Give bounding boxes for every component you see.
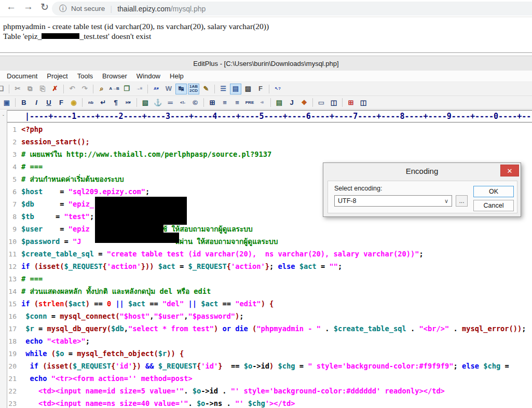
windows-icon[interactable]: ⊞ xyxy=(345,97,357,108)
hr-icon[interactable]: ═ xyxy=(165,97,176,108)
table-icon[interactable]: ⊞ xyxy=(207,97,218,108)
dialog-title: Encoding xyxy=(323,163,521,180)
bold-icon[interactable]: B xyxy=(18,97,30,108)
menu-bar: DocumentProjectToolsBrowserWindowHelp xyxy=(0,71,532,82)
code-line: 16 $conn = mysql_connect("$host","$user"… xyxy=(0,310,532,322)
copy-icon[interactable]: ⧉ xyxy=(24,84,36,94)
encoding-select[interactable]: UTF-8∨ xyxy=(334,195,452,207)
underline-icon[interactable]: U xyxy=(43,97,54,108)
code-line: 2session_start(); xyxy=(0,135,532,148)
function-list-icon[interactable]: F xyxy=(255,84,266,94)
find-icon[interactable]: ⌕ xyxy=(96,84,107,94)
panel-toggle-icon[interactable]: ˇ xyxy=(0,114,7,119)
browser-page: phpmyadmin - create table test (id varch… xyxy=(0,18,532,52)
redaction-box xyxy=(42,33,79,39)
comment-icon[interactable]: <!- xyxy=(177,97,188,108)
ok-button[interactable]: OK xyxy=(473,186,514,197)
script-icon[interactable]: ▤ xyxy=(274,97,285,108)
encoding-dialog: Encoding ✕ Select encoding: UTF-8∨ ... O… xyxy=(323,162,521,217)
browse-button[interactable]: ... xyxy=(456,195,468,207)
code-line: 22 <td><input name=id size=5 value='". $… xyxy=(0,385,532,397)
address-divider: | xyxy=(110,4,112,13)
toolbar-separator xyxy=(214,85,215,93)
frame-icon[interactable]: ◫ xyxy=(328,97,339,108)
list-icon[interactable]: ∙≡ xyxy=(256,97,268,108)
nonbreaking-space-icon[interactable]: nb xyxy=(85,97,97,108)
context-help-icon[interactable]: ↖? xyxy=(272,84,283,94)
line-number-icon[interactable]: 1AB 2CD xyxy=(188,84,199,94)
menu-browser[interactable]: Browser xyxy=(98,72,132,80)
code-line: 17 $r = mysql_db_query($db,"select * fro… xyxy=(0,322,532,335)
close-icon[interactable]: ✕ xyxy=(500,165,519,176)
toolbar-separator xyxy=(93,85,93,93)
toolbar-standard: ❏✂⧉⎘✗↶↷⌕A→B❐→≡A▾W↹1AB 2CD✎☰▤▨F↖? xyxy=(0,82,532,96)
code-line: 13# === xyxy=(0,273,532,285)
output-window-icon[interactable]: ▨ xyxy=(242,84,254,94)
auto-indent-icon[interactable]: ↹ xyxy=(175,84,187,94)
menu-window[interactable]: Window xyxy=(132,72,165,80)
paste-icon[interactable]: ⎘ xyxy=(37,84,48,94)
back-icon[interactable]: ← xyxy=(6,1,16,12)
color-icon[interactable]: ◉ xyxy=(68,97,79,108)
url-host: thaiall.epizy.com xyxy=(117,5,170,13)
image-icon[interactable]: ▧ xyxy=(140,97,151,108)
heading-icon[interactable]: H▾ xyxy=(122,97,134,108)
anchor-icon[interactable]: ⚓ xyxy=(152,97,163,108)
redaction-box xyxy=(95,197,187,225)
line-break-icon[interactable]: ↵ xyxy=(98,97,109,108)
cut-icon[interactable]: ✂ xyxy=(12,84,23,94)
menu-document[interactable]: Document xyxy=(2,72,42,80)
cancel-button[interactable]: Cancel xyxy=(473,200,514,211)
object-icon[interactable]: ❖ xyxy=(298,97,310,108)
code-line: 11$create_table_sql = "create table test… xyxy=(0,248,532,260)
column-ruler: |----+----1----+----2----+----3----+----… xyxy=(0,110,532,123)
align-center-icon[interactable]: ≡ xyxy=(219,97,230,108)
delete-icon[interactable]: ✗ xyxy=(49,84,61,94)
replace-icon[interactable]: A→B xyxy=(108,84,120,94)
menu-help[interactable]: Help xyxy=(165,72,188,80)
font-tag-icon[interactable]: F xyxy=(56,97,67,108)
align-right-icon[interactable]: ≡ xyxy=(231,97,243,108)
redaction-box xyxy=(95,222,163,233)
address-bar[interactable]: ⓘ Not secure | thaiall.epizy.com/mysql.p… xyxy=(52,2,532,16)
code-line: 9$user = "epiz ช้ ให้สอบถามจากผู้ดูแลระบ… xyxy=(0,223,532,235)
url-path: /mysql.php xyxy=(171,5,206,13)
info-icon[interactable]: ⓘ xyxy=(59,4,66,13)
split-frame-icon[interactable]: ◫ xyxy=(358,97,369,108)
cliptext-icon[interactable]: ✎ xyxy=(200,84,212,94)
page-line1: phpmyadmin - create table test (id varch… xyxy=(3,21,532,31)
undo-icon[interactable]: ↶ xyxy=(66,84,78,94)
char-entity-icon[interactable]: © xyxy=(189,97,201,108)
goto-line-icon[interactable]: →≡ xyxy=(133,84,145,94)
code-line: 23 <td><input name=ns size=40 value='". … xyxy=(0,397,532,408)
code-line: 10$password = "J สผ่าน ให้สอบถามจากผู้ดู… xyxy=(0,235,532,248)
code-line: 21 echo "<tr><form action='' method=post… xyxy=(0,372,532,385)
side-panel-strip: ˇ xyxy=(0,110,7,408)
folder-icon[interactable]: ▭ xyxy=(316,97,327,108)
java-applet-icon[interactable]: J xyxy=(286,97,297,108)
font-icon[interactable]: A▾ xyxy=(151,84,162,94)
redo-icon[interactable]: ↷ xyxy=(79,84,90,94)
toolbar-separator xyxy=(147,85,148,93)
page-line2: Table 'epiz__test.test' doesn't exist xyxy=(3,31,532,41)
pre-icon[interactable]: PRE xyxy=(244,97,255,108)
code-line: 18 echo "<table>"; xyxy=(0,335,532,347)
sidebar-window-icon[interactable]: ▤ xyxy=(230,84,241,94)
italic-icon[interactable]: I xyxy=(31,97,42,108)
word-wrap-icon[interactable]: W xyxy=(163,84,174,94)
code-line: 15if (strlen($act) == 0 || $act == "del"… xyxy=(0,297,532,310)
menu-tools[interactable]: Tools xyxy=(73,72,98,80)
forward-icon[interactable]: → xyxy=(23,1,33,12)
copy-selection-icon[interactable]: ❐ xyxy=(121,84,132,94)
browser-preview-icon[interactable]: ▣ xyxy=(1,97,12,108)
reload-icon[interactable]: ↻ xyxy=(40,1,49,13)
document-list-icon[interactable]: ☰ xyxy=(217,84,229,94)
menu-project[interactable]: Project xyxy=(42,72,72,80)
code-line: 14# ส่วนแสดงผลหลัก ทั้งปกติ และหลังกดปุ่… xyxy=(0,285,532,297)
paragraph-icon[interactable]: ¶ xyxy=(110,97,121,108)
toolbar-separator xyxy=(15,98,16,107)
toolbar-separator xyxy=(137,98,137,107)
browser-toolbar: ← → ↻ ⓘ Not secure | thaiall.epizy.com/m… xyxy=(0,0,532,17)
toolbar-separator xyxy=(270,98,271,107)
new-document-icon[interactable]: ❏ xyxy=(0,84,6,94)
